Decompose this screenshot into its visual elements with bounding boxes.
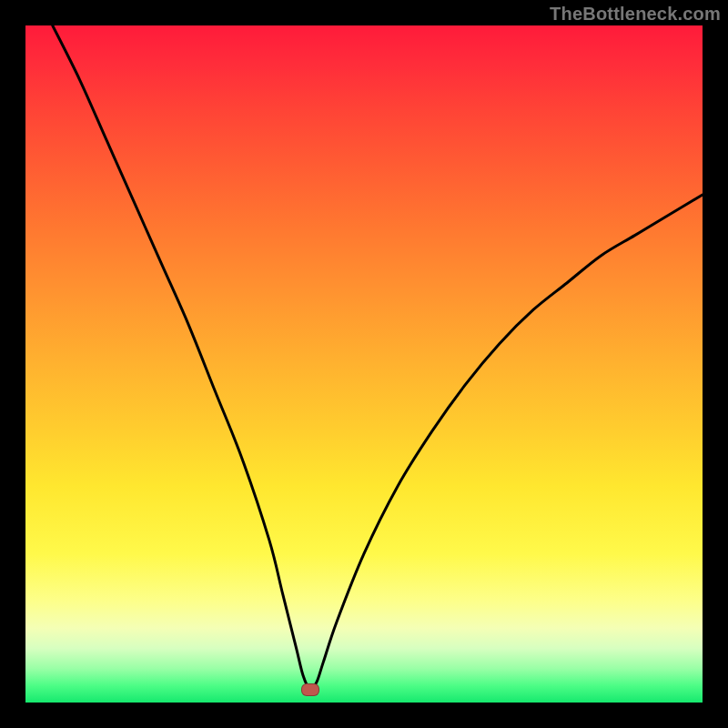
chart-plot-area — [25, 25, 703, 703]
optimal-point-marker — [301, 683, 319, 696]
bottleneck-curve — [25, 25, 703, 703]
outer-frame: TheBottleneck.com — [0, 0, 728, 728]
watermark-text: TheBottleneck.com — [550, 4, 721, 25]
